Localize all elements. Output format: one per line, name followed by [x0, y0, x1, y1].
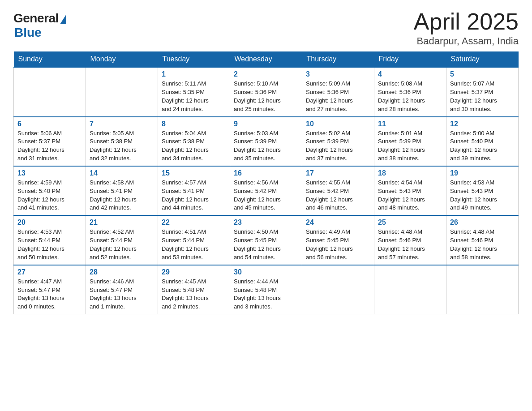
- day-info: Sunrise: 4:52 AM Sunset: 5:44 PM Dayligh…: [90, 228, 154, 261]
- calendar-cell: 22Sunrise: 4:51 AM Sunset: 5:44 PM Dayli…: [158, 215, 230, 265]
- weekday-header: Sunday: [14, 51, 86, 67]
- day-info: Sunrise: 5:05 AM Sunset: 5:38 PM Dayligh…: [90, 129, 154, 163]
- day-info: Sunrise: 5:09 AM Sunset: 5:36 PM Dayligh…: [306, 80, 370, 113]
- day-info: Sunrise: 4:45 AM Sunset: 5:48 PM Dayligh…: [162, 278, 226, 311]
- day-number: 5: [450, 70, 515, 78]
- calendar-cell: 30Sunrise: 4:44 AM Sunset: 5:48 PM Dayli…: [230, 265, 302, 314]
- calendar-cell: 5Sunrise: 5:07 AM Sunset: 5:37 PM Daylig…: [446, 67, 519, 116]
- day-info: Sunrise: 5:08 AM Sunset: 5:36 PM Dayligh…: [378, 80, 442, 113]
- day-info: Sunrise: 4:59 AM Sunset: 5:40 PM Dayligh…: [17, 179, 82, 212]
- weekday-header: Thursday: [302, 51, 374, 67]
- calendar-cell: 9Sunrise: 5:03 AM Sunset: 5:39 PM Daylig…: [230, 117, 302, 166]
- calendar-cell: 1Sunrise: 5:11 AM Sunset: 5:35 PM Daylig…: [158, 67, 230, 116]
- calendar-cell: 12Sunrise: 5:00 AM Sunset: 5:40 PM Dayli…: [446, 117, 519, 166]
- day-number: 19: [450, 169, 515, 177]
- calendar-cell: 19Sunrise: 4:53 AM Sunset: 5:43 PM Dayli…: [446, 166, 519, 215]
- day-number: 30: [234, 268, 298, 276]
- calendar-cell: 16Sunrise: 4:56 AM Sunset: 5:42 PM Dayli…: [230, 166, 302, 215]
- weekday-header: Tuesday: [158, 51, 230, 67]
- day-number: 24: [306, 218, 370, 227]
- day-info: Sunrise: 4:57 AM Sunset: 5:41 PM Dayligh…: [162, 179, 226, 212]
- calendar-cell: [14, 67, 86, 116]
- day-number: 6: [17, 120, 82, 128]
- day-number: 10: [306, 120, 370, 128]
- calendar-cell: 14Sunrise: 4:58 AM Sunset: 5:41 PM Dayli…: [86, 166, 158, 215]
- calendar-table: SundayMondayTuesdayWednesdayThursdayFrid…: [13, 51, 519, 314]
- day-info: Sunrise: 4:48 AM Sunset: 5:46 PM Dayligh…: [378, 228, 442, 261]
- calendar-cell: 23Sunrise: 4:50 AM Sunset: 5:45 PM Dayli…: [230, 215, 302, 265]
- calendar-cell: 26Sunrise: 4:48 AM Sunset: 5:46 PM Dayli…: [446, 215, 519, 265]
- calendar-cell: 17Sunrise: 4:55 AM Sunset: 5:42 PM Dayli…: [302, 166, 374, 215]
- day-number: 28: [90, 268, 154, 276]
- day-number: 12: [450, 120, 515, 128]
- calendar-cell: 28Sunrise: 4:46 AM Sunset: 5:47 PM Dayli…: [86, 265, 158, 314]
- day-number: 25: [378, 218, 442, 227]
- day-info: Sunrise: 5:00 AM Sunset: 5:40 PM Dayligh…: [450, 129, 515, 163]
- calendar-cell: [374, 265, 446, 314]
- calendar-cell: 4Sunrise: 5:08 AM Sunset: 5:36 PM Daylig…: [374, 67, 446, 116]
- calendar-cell: 8Sunrise: 5:04 AM Sunset: 5:38 PM Daylig…: [158, 117, 230, 166]
- day-number: 15: [162, 169, 226, 177]
- day-number: 26: [450, 218, 515, 227]
- day-number: 14: [90, 169, 154, 177]
- day-number: 2: [234, 70, 298, 78]
- day-number: 23: [234, 218, 298, 227]
- day-number: 17: [306, 169, 370, 177]
- calendar-week-row: 1Sunrise: 5:11 AM Sunset: 5:35 PM Daylig…: [14, 67, 519, 116]
- calendar-cell: [446, 265, 519, 314]
- title-section: April 2025 Badarpur, Assam, India: [414, 9, 519, 47]
- logo-triangle-icon: [60, 14, 66, 24]
- day-info: Sunrise: 4:55 AM Sunset: 5:42 PM Dayligh…: [306, 179, 370, 212]
- day-info: Sunrise: 4:54 AM Sunset: 5:43 PM Dayligh…: [378, 179, 442, 212]
- calendar-cell: 11Sunrise: 5:01 AM Sunset: 5:39 PM Dayli…: [374, 117, 446, 166]
- day-info: Sunrise: 5:11 AM Sunset: 5:35 PM Dayligh…: [162, 80, 226, 113]
- day-info: Sunrise: 4:47 AM Sunset: 5:47 PM Dayligh…: [17, 278, 82, 311]
- calendar-cell: 7Sunrise: 5:05 AM Sunset: 5:38 PM Daylig…: [86, 117, 158, 166]
- calendar-cell: 13Sunrise: 4:59 AM Sunset: 5:40 PM Dayli…: [14, 166, 86, 215]
- calendar-body: 1Sunrise: 5:11 AM Sunset: 5:35 PM Daylig…: [14, 67, 519, 314]
- calendar-cell: 29Sunrise: 4:45 AM Sunset: 5:48 PM Dayli…: [158, 265, 230, 314]
- calendar-cell: [302, 265, 374, 314]
- calendar-cell: 24Sunrise: 4:49 AM Sunset: 5:45 PM Dayli…: [302, 215, 374, 265]
- calendar-cell: 18Sunrise: 4:54 AM Sunset: 5:43 PM Dayli…: [374, 166, 446, 215]
- page-header: General Blue April 2025 Badarpur, Assam,…: [13, 9, 519, 47]
- month-title: April 2025: [414, 9, 519, 34]
- day-info: Sunrise: 4:44 AM Sunset: 5:48 PM Dayligh…: [234, 278, 298, 311]
- day-info: Sunrise: 5:01 AM Sunset: 5:39 PM Dayligh…: [378, 129, 442, 163]
- calendar-week-row: 6Sunrise: 5:06 AM Sunset: 5:37 PM Daylig…: [14, 117, 519, 166]
- logo-general-text: General: [13, 11, 59, 26]
- calendar-cell: [86, 67, 158, 116]
- weekday-header: Saturday: [446, 51, 519, 67]
- day-number: 3: [306, 70, 370, 78]
- day-number: 27: [17, 268, 82, 276]
- logo: General Blue: [13, 11, 66, 40]
- day-number: 7: [90, 120, 154, 128]
- day-info: Sunrise: 5:07 AM Sunset: 5:37 PM Dayligh…: [450, 80, 515, 113]
- day-info: Sunrise: 4:48 AM Sunset: 5:46 PM Dayligh…: [450, 228, 515, 261]
- day-number: 1: [162, 70, 226, 78]
- day-info: Sunrise: 5:03 AM Sunset: 5:39 PM Dayligh…: [234, 129, 298, 163]
- day-number: 8: [162, 120, 226, 128]
- day-info: Sunrise: 5:04 AM Sunset: 5:38 PM Dayligh…: [162, 129, 226, 163]
- day-info: Sunrise: 4:53 AM Sunset: 5:44 PM Dayligh…: [17, 228, 82, 261]
- calendar-cell: 20Sunrise: 4:53 AM Sunset: 5:44 PM Dayli…: [14, 215, 86, 265]
- logo-blue-text: Blue: [14, 26, 42, 40]
- location-subtitle: Badarpur, Assam, India: [414, 35, 519, 47]
- calendar-cell: 3Sunrise: 5:09 AM Sunset: 5:36 PM Daylig…: [302, 67, 374, 116]
- day-number: 29: [162, 268, 226, 276]
- day-number: 21: [90, 218, 154, 227]
- day-number: 11: [378, 120, 442, 128]
- header-row: SundayMondayTuesdayWednesdayThursdayFrid…: [14, 51, 519, 67]
- day-info: Sunrise: 5:06 AM Sunset: 5:37 PM Dayligh…: [17, 129, 82, 163]
- day-number: 13: [17, 169, 82, 177]
- day-number: 4: [378, 70, 442, 78]
- calendar-cell: 21Sunrise: 4:52 AM Sunset: 5:44 PM Dayli…: [86, 215, 158, 265]
- day-info: Sunrise: 4:51 AM Sunset: 5:44 PM Dayligh…: [162, 228, 226, 261]
- day-number: 18: [378, 169, 442, 177]
- day-info: Sunrise: 5:10 AM Sunset: 5:36 PM Dayligh…: [234, 80, 298, 113]
- day-number: 9: [234, 120, 298, 128]
- calendar-cell: 10Sunrise: 5:02 AM Sunset: 5:39 PM Dayli…: [302, 117, 374, 166]
- day-number: 22: [162, 218, 226, 227]
- calendar-cell: 27Sunrise: 4:47 AM Sunset: 5:47 PM Dayli…: [14, 265, 86, 314]
- calendar-cell: 2Sunrise: 5:10 AM Sunset: 5:36 PM Daylig…: [230, 67, 302, 116]
